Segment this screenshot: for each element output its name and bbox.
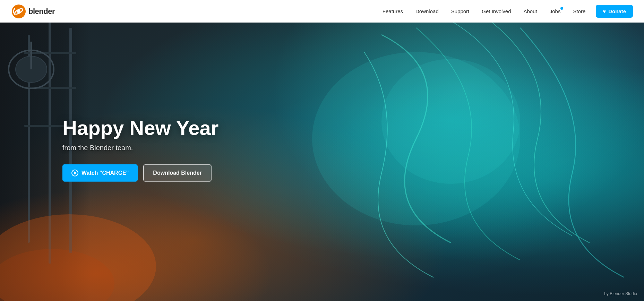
nav-support[interactable]: Support bbox=[446, 6, 474, 16]
hero-buttons: Watch "CHARGE" Download Blender bbox=[62, 164, 218, 182]
hero-title: Happy New Year bbox=[62, 117, 218, 139]
download-blender-button[interactable]: Download Blender bbox=[143, 164, 211, 182]
nav-get-involved[interactable]: Get Involved bbox=[477, 6, 516, 16]
hero-section: Happy New Year from the Blender team. Wa… bbox=[0, 0, 644, 301]
navbar: blender Features Download Support Get In… bbox=[0, 0, 644, 23]
nav-about[interactable]: About bbox=[519, 6, 542, 16]
hero-watermark: by Blender Studio bbox=[604, 291, 637, 296]
nav-store[interactable]: Store bbox=[568, 6, 590, 16]
nav-download[interactable]: Download bbox=[411, 6, 444, 16]
heart-icon: ♥ bbox=[603, 8, 606, 14]
logo-link[interactable]: blender bbox=[11, 4, 55, 19]
watch-button[interactable]: Watch "CHARGE" bbox=[62, 164, 138, 182]
nav-features[interactable]: Features bbox=[378, 6, 408, 16]
scene-glow-svg bbox=[0, 162, 208, 301]
jobs-notification-dot bbox=[560, 7, 563, 10]
svg-point-13 bbox=[381, 59, 520, 184]
play-icon bbox=[71, 170, 78, 177]
nav-links: Features Download Support Get Involved A… bbox=[378, 5, 633, 18]
donate-button[interactable]: ♥ Donate bbox=[596, 5, 633, 18]
hero-subtitle: from the Blender team. bbox=[62, 144, 218, 152]
hero-content: Happy New Year from the Blender team. Wa… bbox=[62, 117, 218, 182]
nav-jobs[interactable]: Jobs bbox=[545, 6, 566, 16]
play-triangle-icon bbox=[74, 171, 77, 175]
brand-name: blender bbox=[28, 7, 55, 16]
blender-logo-icon bbox=[11, 4, 26, 19]
